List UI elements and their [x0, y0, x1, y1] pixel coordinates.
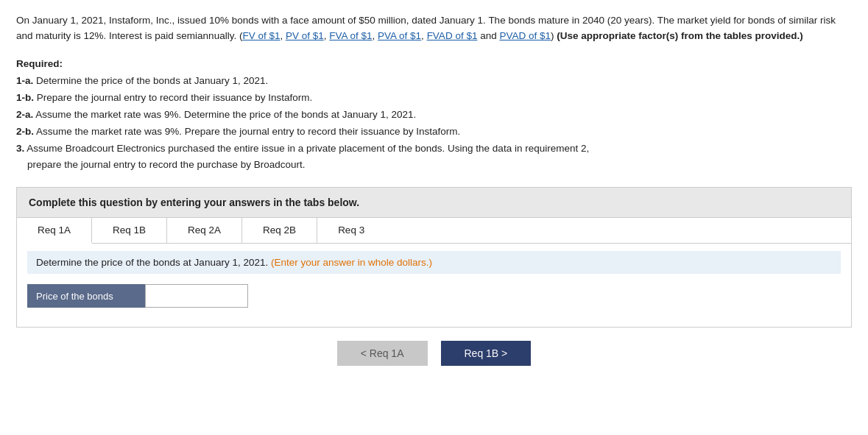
tab-req2a[interactable]: Req 2A [167, 218, 242, 243]
tabs-container: Req 1A Req 1B Req 2A Req 2B Req 3 Determ… [16, 218, 852, 328]
tab-req1a[interactable]: Req 1A [17, 218, 92, 244]
required-section: Required: 1-a. Determine the price of th… [16, 56, 852, 174]
req-1a-line: 1-a. Determine the price of the bonds at… [16, 73, 852, 90]
tabs-row: Req 1A Req 1B Req 2A Req 2B Req 3 [17, 218, 851, 244]
required-label: Required: [16, 56, 852, 73]
next-button[interactable]: Req 1B > [441, 341, 532, 366]
link-pva[interactable]: PVA of $1 [378, 30, 421, 41]
req-3-line: 3. Assume Broadcourt Electronics purchas… [16, 141, 852, 174]
bold-instruction: (Use appropriate factor(s) from the tabl… [557, 30, 803, 41]
link-pv[interactable]: PV of $1 [286, 30, 324, 41]
req-2a-line: 2-a. Assume the market rate was 9%. Dete… [16, 107, 852, 124]
tab-req1b[interactable]: Req 1B [92, 218, 167, 243]
link-fv[interactable]: FV of $1 [242, 30, 280, 41]
req-1b-line: 1-b. Prepare the journal entry to record… [16, 90, 852, 107]
tab-instruction: Determine the price of the bonds at Janu… [27, 251, 841, 274]
tab-req3[interactable]: Req 3 [317, 218, 385, 243]
field-row: Price of the bonds [27, 284, 841, 308]
intro-paragraph: On January 1, 2021, Instaform, Inc., iss… [16, 13, 852, 44]
tab-content: Determine the price of the bonds at Janu… [17, 244, 851, 327]
link-fvad[interactable]: FVAD of $1 [427, 30, 478, 41]
complete-box-text: Complete this question by entering your … [29, 197, 359, 208]
instruction-suffix: (Enter your answer in whole dollars.) [271, 257, 432, 268]
complete-box: Complete this question by entering your … [16, 187, 852, 218]
instruction-text: Determine the price of the bonds at Janu… [36, 257, 268, 268]
prev-button[interactable]: < Req 1A [337, 341, 428, 366]
tab-req2b[interactable]: Req 2B [242, 218, 317, 243]
nav-buttons: < Req 1A Req 1B > [16, 341, 852, 366]
field-label: Price of the bonds [27, 284, 145, 308]
link-fva[interactable]: FVA of $1 [329, 30, 372, 41]
price-of-bonds-input[interactable] [145, 284, 248, 308]
link-pvad[interactable]: PVAD of $1 [499, 30, 551, 41]
req-2b-line: 2-b. Assume the market rate was 9%. Prep… [16, 124, 852, 141]
